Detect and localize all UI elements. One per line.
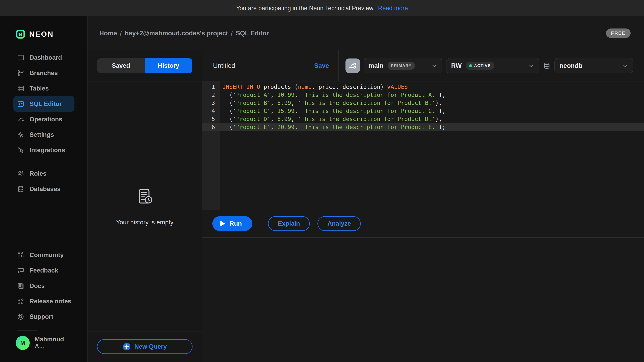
- database-select[interactable]: neondb: [554, 58, 633, 73]
- sidebar-item-settings[interactable]: Settings: [14, 127, 74, 142]
- sidebar-item-tables[interactable]: Tables: [14, 81, 74, 96]
- sidebar: NEON DashboardBranchesTablesSQL EditorOp…: [0, 16, 88, 362]
- roles-icon: [17, 170, 24, 177]
- brand-wordmark: NEON: [29, 30, 54, 38]
- sidebar-item-label: Settings: [30, 131, 54, 138]
- code-line[interactable]: 3 ('Product B', 5.99, 'This is the descr…: [202, 99, 644, 107]
- query-title[interactable]: Untitled: [213, 62, 235, 69]
- code-token: ,: [294, 108, 301, 114]
- code-token: ),: [439, 108, 446, 114]
- code-line[interactable]: 6 ('Product E', 20.99, 'This is the desc…: [202, 123, 644, 131]
- code-token: 'This is the description for Product E.': [301, 124, 439, 130]
- integrations-icon: [17, 146, 24, 154]
- sql-editor-panel: Untitled Save: [202, 50, 644, 362]
- neon-logo-icon: [16, 29, 25, 39]
- code-token: ,: [291, 116, 298, 122]
- sql-code-editor[interactable]: 1INSERT INTO products (name, price, desc…: [202, 81, 644, 210]
- line-number: 1: [202, 83, 220, 90]
- actions-divider: [260, 216, 260, 231]
- sidebar-item-label: Support: [30, 313, 53, 320]
- code-line[interactable]: 1INSERT INTO products (name, price, desc…: [202, 83, 644, 91]
- analyze-button[interactable]: Analyze: [318, 216, 361, 231]
- history-panel-header: SavedHistory: [88, 50, 202, 81]
- code-token: name: [298, 83, 312, 90]
- code-line[interactable]: 5 ('Product D', 8.99, 'This is the descr…: [202, 115, 644, 123]
- sql-editor-icon: [17, 100, 24, 108]
- sidebar-item-community[interactable]: Community: [14, 247, 74, 263]
- sidebar-nav-secondary: RolesDatabases: [0, 166, 87, 197]
- compute-select[interactable]: RW ACTIVE: [446, 58, 539, 73]
- sidebar-item-branches[interactable]: Branches: [14, 65, 74, 81]
- breadcrumb-item: SQL Editor: [236, 30, 269, 37]
- branch-name: main: [368, 62, 384, 69]
- sidebar-item-support[interactable]: Support: [14, 309, 74, 325]
- docs-icon: [17, 282, 24, 290]
- sidebar-item-label: SQL Editor: [30, 100, 62, 107]
- main-area: Home/hey+2@mahmoud.codes's project/SQL E…: [88, 16, 644, 362]
- code-line[interactable]: 4 ('Product C', 15.99, 'This is the desc…: [202, 107, 644, 115]
- run-label: Run: [230, 220, 242, 227]
- sidebar-item-release-notes[interactable]: Release notes: [14, 294, 74, 309]
- status-dot-icon: [469, 64, 472, 67]
- breadcrumb-item[interactable]: Home: [99, 30, 117, 37]
- sidebar-item-label: Branches: [30, 69, 58, 77]
- code-text: ('Product C', 15.99, 'This is the descri…: [220, 108, 446, 114]
- breadcrumb-separator: /: [120, 30, 122, 37]
- query-results-area: [202, 238, 644, 362]
- topbar: Home/hey+2@mahmoud.codes's project/SQL E…: [88, 16, 644, 50]
- sidebar-nav-primary: DashboardBranchesTablesSQL EditorOperati…: [0, 50, 87, 158]
- sidebar-item-databases[interactable]: Databases: [14, 181, 74, 197]
- code-token: 15.99: [278, 108, 294, 114]
- support-icon: [17, 313, 24, 321]
- line-number: 3: [202, 99, 220, 106]
- sidebar-item-feedback[interactable]: Feedback: [14, 263, 74, 278]
- sidebar-item-integrations[interactable]: Integrations: [14, 142, 74, 158]
- sidebar-item-operations[interactable]: Operations: [14, 112, 74, 127]
- code-token: ,: [270, 116, 278, 122]
- code-token: 'This is the description for Product A.': [301, 91, 439, 98]
- breadcrumb-item[interactable]: hey+2@mahmoud.codes's project: [125, 30, 228, 37]
- sidebar-item-docs[interactable]: Docs: [14, 278, 74, 294]
- explain-button[interactable]: Explain: [268, 216, 310, 231]
- user-name: Mahmoud A...: [35, 336, 74, 350]
- code-token: ),: [435, 116, 442, 122]
- tab-saved[interactable]: Saved: [97, 58, 145, 73]
- code-token: ,: [294, 124, 301, 130]
- avatar: M: [16, 336, 30, 350]
- new-query-button[interactable]: New Query: [97, 339, 192, 354]
- editor-header: Untitled Save: [202, 50, 644, 81]
- sidebar-item-dashboard[interactable]: Dashboard: [14, 50, 74, 65]
- code-text: ('Product B', 5.99, 'This is the descrip…: [220, 99, 442, 106]
- branch-select[interactable]: main PRIMARY: [364, 58, 442, 73]
- code-token: 'Product A': [232, 91, 270, 98]
- code-token: (: [222, 124, 232, 130]
- history-empty-icon: [135, 187, 154, 207]
- plus-icon: [122, 343, 131, 351]
- chevron-down-icon: [622, 62, 628, 69]
- sidebar-item-roles[interactable]: Roles: [14, 166, 74, 181]
- user-menu[interactable]: M Mahmoud A...: [14, 335, 74, 351]
- code-line[interactable]: 2 ('Product A', 10.99, 'This is the desc…: [202, 91, 644, 99]
- sidebar-item-label: Integrations: [30, 147, 65, 154]
- code-token: INSERT INTO: [222, 83, 260, 90]
- breadcrumb-separator: /: [231, 30, 233, 37]
- feedback-icon: [17, 267, 24, 274]
- sidebar-item-sql-editor[interactable]: SQL Editor: [14, 96, 74, 112]
- tab-history[interactable]: History: [145, 58, 192, 73]
- code-token: 8.99: [278, 116, 291, 122]
- code-token: products (: [260, 83, 298, 90]
- run-button[interactable]: Run: [212, 216, 252, 231]
- release-notes-icon: [17, 298, 24, 305]
- saved-history-tabs: SavedHistory: [97, 58, 192, 73]
- body-row: NEON DashboardBranchesTablesSQL EditorOp…: [0, 16, 644, 362]
- history-empty-message: Your history is empty: [116, 219, 174, 226]
- sidebar-item-label: Roles: [30, 170, 46, 177]
- code-token: (: [222, 99, 232, 106]
- neon-logo[interactable]: NEON: [16, 29, 87, 39]
- save-button[interactable]: Save: [314, 62, 329, 69]
- code-token: ,: [291, 99, 298, 106]
- play-icon: [220, 221, 225, 226]
- branch-chip-icon: [346, 58, 360, 73]
- read-more-link[interactable]: Read more: [378, 5, 408, 12]
- plan-badge: FREE: [606, 28, 630, 38]
